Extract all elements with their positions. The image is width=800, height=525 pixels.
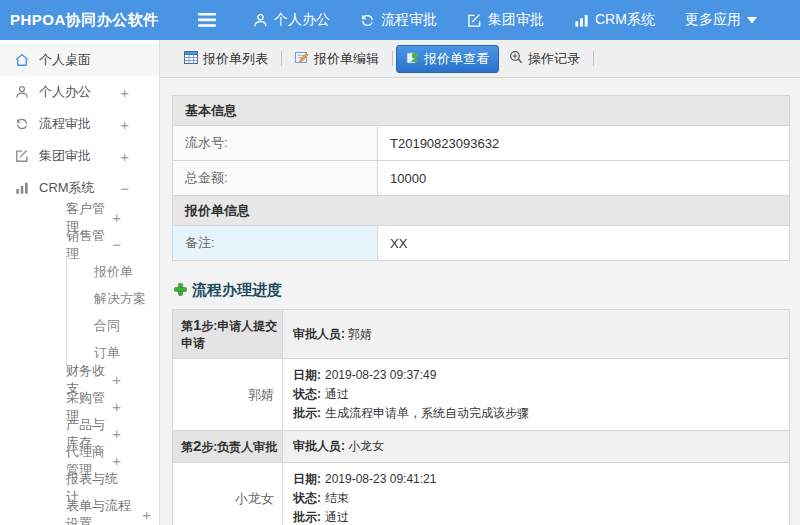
- edit-icon: [14, 149, 30, 163]
- app-logo: PHPOA协同办公软件: [0, 11, 160, 30]
- field-value-serial-number: T20190823093632: [378, 126, 790, 161]
- main-area: 报价单列表 报价单编辑 报价单查看 操作记录: [160, 40, 800, 525]
- chart-icon: [14, 181, 30, 195]
- field-label-remark: 备注:: [173, 226, 378, 261]
- topnav-crm[interactable]: CRM系统: [559, 0, 670, 40]
- topnav-label: 流程审批: [381, 11, 437, 29]
- tab-label: 报价单编辑: [314, 50, 379, 68]
- detail-status: 状态:结束: [293, 490, 789, 507]
- collapse-toggle[interactable]: −: [120, 181, 129, 196]
- main-layout: 个人桌面 个人办公 + 流程审批 + 集团审批 +: [0, 40, 800, 525]
- table-row: 备注: XX: [173, 226, 790, 261]
- field-label-serial-number: 流水号:: [173, 126, 378, 161]
- quotation-view-panel: 基本信息 流水号: T20190823093632 总金额: 10000 报价单…: [160, 78, 800, 525]
- detail-comment: 批示:通过: [293, 509, 789, 525]
- tab-quotation-view[interactable]: 报价单查看: [396, 45, 499, 73]
- expand-toggle[interactable]: +: [142, 507, 151, 522]
- step-detail: 日期:2019-08-23 09:37:49 状态:通过 批示:生成流程申请单，…: [283, 359, 790, 431]
- section-title: 报价单信息: [173, 196, 790, 226]
- table-row: 总金额: 10000: [173, 161, 790, 196]
- top-nav: 个人办公 流程审批 集团审批 CRM系统 更多应用: [238, 0, 772, 40]
- workflow-title-text: 流程办理进度: [192, 281, 282, 300]
- expand-toggle[interactable]: +: [112, 210, 121, 225]
- workflow-progress-title: 流程办理进度: [174, 281, 790, 300]
- step-label: 第1步:申请人提交申请: [173, 310, 283, 359]
- section-header-basic-info: 基本信息: [173, 96, 790, 126]
- topnav-label: 更多应用: [685, 11, 741, 29]
- collapse-toggle[interactable]: −: [112, 237, 121, 252]
- field-value-total-amount: 10000: [378, 161, 790, 196]
- zoom-icon: [509, 50, 523, 67]
- sidebar-item-form-process-settings[interactable]: 表单与流程设置 +: [0, 501, 159, 525]
- expand-toggle[interactable]: +: [112, 399, 121, 414]
- expand-toggle[interactable]: +: [112, 372, 121, 387]
- top-bar: PHPOA协同办公软件 个人办公 流程审批 集团审批 CRM系统: [0, 0, 800, 40]
- sidebar-item-label: 集团审批: [39, 147, 91, 165]
- workflow-step-detail-row: 郭婧 日期:2019-08-23 09:37:49 状态:通过 批示:生成流程申…: [173, 359, 790, 431]
- sidebar-item-personal-office[interactable]: 个人办公 +: [0, 76, 159, 108]
- quotation-info-table: 基本信息 流水号: T20190823093632 总金额: 10000 报价单…: [172, 95, 790, 261]
- expand-toggle[interactable]: +: [120, 117, 129, 132]
- tab-separator: [392, 51, 393, 66]
- tab-quotation-edit[interactable]: 报价单编辑: [285, 45, 389, 73]
- expand-toggle[interactable]: +: [112, 426, 121, 441]
- topnav-more-apps[interactable]: 更多应用: [670, 0, 772, 40]
- table-icon: [184, 51, 198, 67]
- detail-date: 日期:2019-08-23 09:37:49: [293, 367, 789, 384]
- workflow-steps-table: 第1步:申请人提交申请 审批人员: 郭婧 郭婧 日期:2019-08-23 09…: [172, 309, 790, 525]
- step-approver: 审批人员: 小龙女: [283, 431, 790, 463]
- edit-note-icon: [295, 51, 309, 67]
- sidebar-item-label: 销售管理: [66, 227, 112, 263]
- topnav-label: CRM系统: [595, 11, 655, 29]
- workflow-step-header-row: 第2步:负责人审批 审批人员: 小龙女: [173, 431, 790, 463]
- table-row: 流水号: T20190823093632: [173, 126, 790, 161]
- sidebar-item-group-approval[interactable]: 集团审批 +: [0, 140, 159, 172]
- user-icon: [14, 85, 30, 99]
- workflow-step-detail-row: 小龙女 日期:2019-08-23 09:41:21 状态:结束 批示:通过: [173, 463, 790, 525]
- sidebar-item-process-approval[interactable]: 流程审批 +: [0, 108, 159, 140]
- expand-toggle[interactable]: +: [120, 149, 129, 164]
- sidebar: 个人桌面 个人办公 + 流程审批 + 集团审批 +: [0, 40, 160, 525]
- sidebar-item-desktop[interactable]: 个人桌面: [0, 44, 159, 76]
- sidebar-item-label: 订单: [94, 344, 120, 362]
- step-approver: 审批人员: 郭婧: [283, 310, 790, 359]
- sidebar-item-label: 表单与流程设置: [66, 497, 140, 525]
- sidebar-item-contract[interactable]: 合同: [66, 312, 159, 339]
- tab-label: 操作记录: [528, 50, 580, 68]
- tab-label: 报价单查看: [424, 50, 489, 68]
- field-value-remark: XX: [378, 226, 790, 261]
- green-plus-icon: [174, 282, 187, 299]
- topnav-personal-office[interactable]: 个人办公: [238, 0, 345, 40]
- approver-name: 郭婧: [173, 359, 283, 431]
- chart-icon: [574, 13, 589, 28]
- user-icon: [253, 13, 268, 28]
- caret-down-icon: [747, 17, 757, 24]
- approver-name: 小龙女: [173, 463, 283, 525]
- sidebar-item-label: 报价单: [94, 263, 133, 281]
- hamburger-icon[interactable]: [198, 13, 216, 27]
- view-icon: [406, 51, 419, 67]
- sidebar-item-label: 解决方案: [94, 290, 146, 308]
- process-icon: [14, 117, 30, 131]
- sidebar-item-label: CRM系统: [39, 179, 95, 197]
- topnav-process-approval[interactable]: 流程审批: [345, 0, 452, 40]
- tab-quotation-list[interactable]: 报价单列表: [174, 45, 278, 73]
- edit-icon: [467, 13, 482, 28]
- tab-label: 报价单列表: [203, 50, 268, 68]
- section-header-quotation-info: 报价单信息: [173, 196, 790, 226]
- sidebar-item-solution[interactable]: 解决方案: [66, 285, 159, 312]
- field-label-total-amount: 总金额:: [173, 161, 378, 196]
- topnav-label: 集团审批: [488, 11, 544, 29]
- topnav-group-approval[interactable]: 集团审批: [452, 0, 559, 40]
- sidebar-item-sales-mgmt[interactable]: 销售管理 −: [0, 231, 159, 258]
- tab-separator: [593, 51, 594, 66]
- tab-operation-log[interactable]: 操作记录: [499, 45, 590, 73]
- detail-status: 状态:通过: [293, 386, 789, 403]
- expand-toggle[interactable]: +: [112, 453, 121, 468]
- section-title: 基本信息: [173, 96, 790, 126]
- home-icon: [14, 53, 30, 67]
- expand-toggle[interactable]: +: [120, 85, 129, 100]
- sidebar-item-label: 流程审批: [39, 115, 91, 133]
- detail-date: 日期:2019-08-23 09:41:21: [293, 471, 789, 488]
- step-detail: 日期:2019-08-23 09:41:21 状态:结束 批示:通过: [283, 463, 790, 525]
